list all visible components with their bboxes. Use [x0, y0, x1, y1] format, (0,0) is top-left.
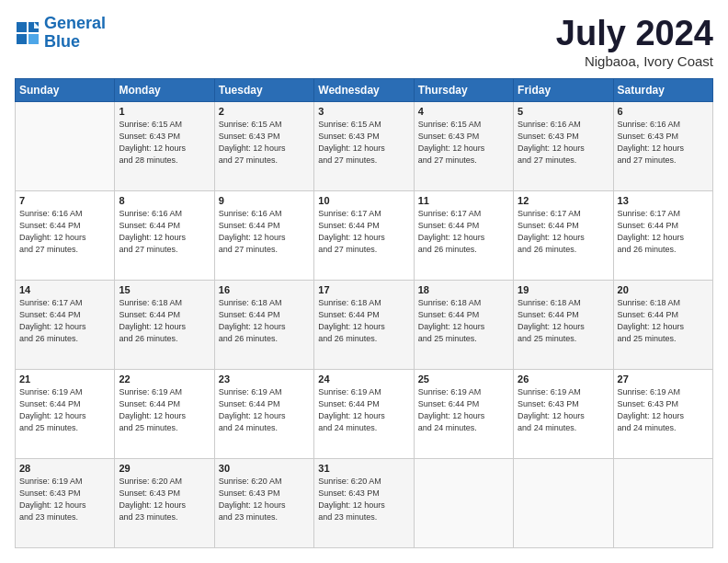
table-row: 11Sunrise: 6:17 AM Sunset: 6:44 PM Dayli…: [414, 190, 513, 280]
svg-rect-3: [28, 34, 39, 44]
day-number: 23: [219, 373, 310, 385]
day-info: Sunrise: 6:16 AM Sunset: 6:44 PM Dayligh…: [219, 208, 310, 256]
table-row: 3Sunrise: 6:15 AM Sunset: 6:43 PM Daylig…: [314, 101, 414, 190]
day-number: 25: [418, 373, 509, 385]
day-number: 1: [119, 106, 210, 117]
header: General Blue July 2024 Nigbaoa, Ivory Co…: [15, 15, 713, 69]
day-number: 24: [318, 373, 409, 385]
svg-rect-2: [17, 34, 27, 44]
day-info: Sunrise: 6:19 AM Sunset: 6:44 PM Dayligh…: [219, 386, 310, 434]
table-row: [414, 458, 513, 547]
logo-line2: Blue: [44, 32, 80, 51]
table-row: 1Sunrise: 6:15 AM Sunset: 6:43 PM Daylig…: [115, 101, 214, 190]
calendar-week-row: 7Sunrise: 6:16 AM Sunset: 6:44 PM Daylig…: [16, 190, 713, 280]
day-info: Sunrise: 6:20 AM Sunset: 6:43 PM Dayligh…: [219, 476, 310, 523]
main-title: July 2024: [556, 15, 713, 53]
day-info: Sunrise: 6:17 AM Sunset: 6:44 PM Dayligh…: [318, 208, 409, 256]
logo-line1: General: [44, 14, 106, 32]
calendar-week-row: 14Sunrise: 6:17 AM Sunset: 6:44 PM Dayli…: [16, 280, 713, 369]
table-row: 2Sunrise: 6:15 AM Sunset: 6:43 PM Daylig…: [214, 101, 313, 190]
header-thursday: Thursday: [414, 78, 513, 101]
calendar-header-row: Sunday Monday Tuesday Wednesday Thursday…: [16, 78, 713, 101]
day-number: 15: [119, 284, 210, 295]
day-info: Sunrise: 6:17 AM Sunset: 6:44 PM Dayligh…: [618, 208, 709, 256]
table-row: 28Sunrise: 6:19 AM Sunset: 6:43 PM Dayli…: [16, 458, 115, 547]
day-number: 30: [219, 463, 310, 474]
day-info: Sunrise: 6:19 AM Sunset: 6:43 PM Dayligh…: [19, 476, 110, 523]
table-row: 6Sunrise: 6:16 AM Sunset: 6:43 PM Daylig…: [613, 101, 712, 190]
logo-icon: [15, 20, 40, 46]
day-info: Sunrise: 6:16 AM Sunset: 6:43 PM Dayligh…: [618, 119, 709, 167]
day-number: 19: [518, 284, 609, 295]
table-row: [613, 458, 712, 547]
day-info: Sunrise: 6:17 AM Sunset: 6:44 PM Dayligh…: [418, 208, 509, 256]
day-number: 5: [518, 106, 609, 117]
header-friday: Friday: [514, 78, 613, 101]
svg-rect-0: [17, 22, 27, 32]
table-row: 12Sunrise: 6:17 AM Sunset: 6:44 PM Dayli…: [514, 190, 613, 280]
table-row: 8Sunrise: 6:16 AM Sunset: 6:44 PM Daylig…: [115, 190, 214, 280]
day-info: Sunrise: 6:17 AM Sunset: 6:44 PM Dayligh…: [518, 208, 609, 256]
calendar-week-row: 28Sunrise: 6:19 AM Sunset: 6:43 PM Dayli…: [16, 458, 713, 547]
day-number: 20: [618, 284, 709, 295]
day-number: 14: [19, 284, 110, 295]
header-saturday: Saturday: [613, 78, 712, 101]
table-row: 16Sunrise: 6:18 AM Sunset: 6:44 PM Dayli…: [214, 280, 313, 369]
day-info: Sunrise: 6:16 AM Sunset: 6:44 PM Dayligh…: [19, 208, 110, 256]
table-row: 21Sunrise: 6:19 AM Sunset: 6:44 PM Dayli…: [16, 369, 115, 458]
table-row: [16, 101, 115, 190]
day-number: 28: [19, 463, 110, 474]
day-number: 31: [318, 463, 409, 474]
table-row: 18Sunrise: 6:18 AM Sunset: 6:44 PM Dayli…: [414, 280, 513, 369]
day-info: Sunrise: 6:18 AM Sunset: 6:44 PM Dayligh…: [318, 297, 409, 345]
table-row: 15Sunrise: 6:18 AM Sunset: 6:44 PM Dayli…: [115, 280, 214, 369]
day-info: Sunrise: 6:20 AM Sunset: 6:43 PM Dayligh…: [318, 476, 409, 523]
table-row: 25Sunrise: 6:19 AM Sunset: 6:44 PM Dayli…: [414, 369, 513, 458]
day-info: Sunrise: 6:19 AM Sunset: 6:44 PM Dayligh…: [318, 386, 409, 434]
day-info: Sunrise: 6:16 AM Sunset: 6:44 PM Dayligh…: [119, 208, 210, 256]
table-row: 10Sunrise: 6:17 AM Sunset: 6:44 PM Dayli…: [314, 190, 414, 280]
table-row: 22Sunrise: 6:19 AM Sunset: 6:44 PM Dayli…: [115, 369, 214, 458]
logo-text: General Blue: [44, 15, 106, 52]
day-info: Sunrise: 6:18 AM Sunset: 6:44 PM Dayligh…: [219, 297, 310, 345]
day-info: Sunrise: 6:18 AM Sunset: 6:44 PM Dayligh…: [418, 297, 509, 345]
day-info: Sunrise: 6:15 AM Sunset: 6:43 PM Dayligh…: [318, 119, 409, 167]
table-row: 4Sunrise: 6:15 AM Sunset: 6:43 PM Daylig…: [414, 101, 513, 190]
table-row: 17Sunrise: 6:18 AM Sunset: 6:44 PM Dayli…: [314, 280, 414, 369]
day-number: 4: [418, 106, 509, 117]
day-number: 16: [219, 284, 310, 295]
table-row: 26Sunrise: 6:19 AM Sunset: 6:43 PM Dayli…: [514, 369, 613, 458]
day-number: 13: [618, 195, 709, 206]
day-number: 22: [119, 373, 210, 385]
day-number: 26: [518, 373, 609, 385]
day-info: Sunrise: 6:15 AM Sunset: 6:43 PM Dayligh…: [418, 119, 509, 167]
day-info: Sunrise: 6:19 AM Sunset: 6:44 PM Dayligh…: [19, 386, 110, 434]
table-row: 9Sunrise: 6:16 AM Sunset: 6:44 PM Daylig…: [214, 190, 313, 280]
day-info: Sunrise: 6:19 AM Sunset: 6:43 PM Dayligh…: [618, 386, 709, 434]
location: Nigbaoa, Ivory Coast: [556, 53, 713, 69]
table-row: 27Sunrise: 6:19 AM Sunset: 6:43 PM Dayli…: [613, 369, 712, 458]
day-info: Sunrise: 6:18 AM Sunset: 6:44 PM Dayligh…: [119, 297, 210, 345]
header-tuesday: Tuesday: [214, 78, 313, 101]
day-info: Sunrise: 6:17 AM Sunset: 6:44 PM Dayligh…: [19, 297, 110, 345]
header-monday: Monday: [115, 78, 214, 101]
day-info: Sunrise: 6:15 AM Sunset: 6:43 PM Dayligh…: [219, 119, 310, 167]
day-number: 11: [418, 195, 509, 206]
table-row: 5Sunrise: 6:16 AM Sunset: 6:43 PM Daylig…: [514, 101, 613, 190]
title-block: July 2024 Nigbaoa, Ivory Coast: [556, 15, 713, 69]
page: General Blue July 2024 Nigbaoa, Ivory Co…: [0, 0, 728, 563]
header-sunday: Sunday: [16, 78, 115, 101]
day-number: 29: [119, 463, 210, 474]
day-number: 10: [318, 195, 409, 206]
table-row: 13Sunrise: 6:17 AM Sunset: 6:44 PM Dayli…: [613, 190, 712, 280]
day-info: Sunrise: 6:19 AM Sunset: 6:44 PM Dayligh…: [119, 386, 210, 434]
day-number: 9: [219, 195, 310, 206]
table-row: 20Sunrise: 6:18 AM Sunset: 6:44 PM Dayli…: [613, 280, 712, 369]
day-info: Sunrise: 6:20 AM Sunset: 6:43 PM Dayligh…: [119, 476, 210, 523]
table-row: 19Sunrise: 6:18 AM Sunset: 6:44 PM Dayli…: [514, 280, 613, 369]
day-info: Sunrise: 6:16 AM Sunset: 6:43 PM Dayligh…: [518, 119, 609, 167]
day-number: 7: [19, 195, 110, 206]
table-row: 29Sunrise: 6:20 AM Sunset: 6:43 PM Dayli…: [115, 458, 214, 547]
day-number: 3: [318, 106, 409, 117]
table-row: [514, 458, 613, 547]
